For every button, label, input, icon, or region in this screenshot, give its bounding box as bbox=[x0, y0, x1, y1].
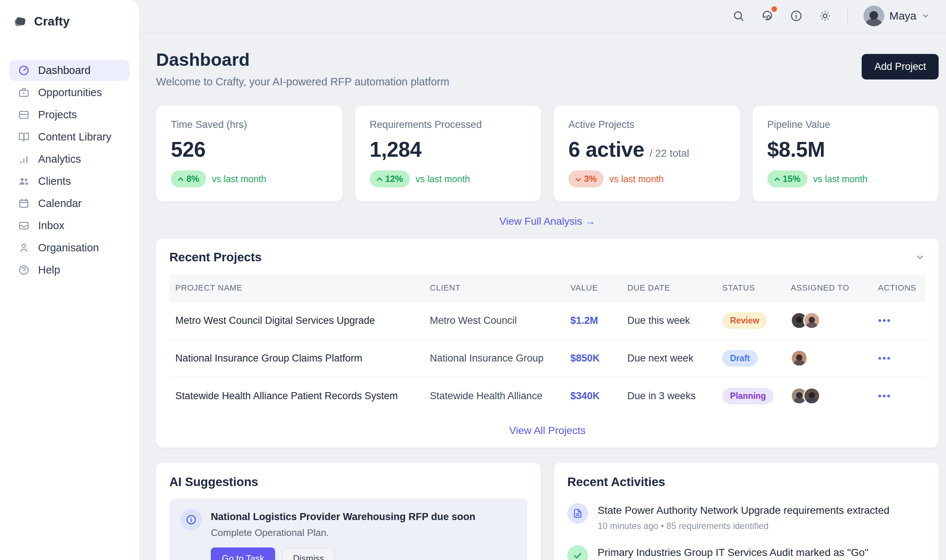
avatar bbox=[803, 388, 820, 405]
sidebar-item-help[interactable]: Help bbox=[9, 260, 129, 280]
info-icon[interactable] bbox=[790, 9, 803, 23]
col-value: VALUE bbox=[564, 275, 621, 302]
assigned-avatars bbox=[791, 350, 866, 367]
stat-value: $8.5M bbox=[767, 137, 825, 162]
notification-dot bbox=[772, 6, 777, 12]
stat-value: 6 active bbox=[569, 137, 644, 162]
stat-label: Pipeline Value bbox=[767, 119, 924, 131]
row-actions-button[interactable]: ••• bbox=[878, 390, 891, 402]
sidebar-item-analytics[interactable]: Analytics bbox=[9, 149, 129, 170]
project-due: Due next week bbox=[621, 339, 716, 377]
project-client: Metro West Council bbox=[424, 302, 564, 339]
view-full-analysis-link[interactable]: View Full Analysis → bbox=[499, 215, 595, 227]
sidebar-item-label: Dashboard bbox=[38, 64, 91, 77]
table-row: Statewide Health Alliance Patient Record… bbox=[169, 377, 925, 414]
sidebar-item-label: Opportunities bbox=[38, 86, 102, 99]
document-icon bbox=[567, 503, 588, 524]
add-project-button[interactable]: Add Project bbox=[862, 54, 938, 80]
stat-label: Time Saved (hrs) bbox=[171, 119, 328, 131]
recent-activities-panel: Recent Activities State Power Authority … bbox=[554, 462, 938, 560]
table-row: National Insurance Group Claims Platform… bbox=[169, 339, 925, 377]
brand-name: Crafty bbox=[34, 14, 70, 28]
status-badge: Planning bbox=[722, 388, 773, 405]
project-value: $1.2M bbox=[564, 302, 621, 339]
table-row: Metro West Council Digital Services Upgr… bbox=[169, 302, 925, 339]
sidebar-item-label: Inbox bbox=[38, 220, 64, 232]
sidebar-item-label: Help bbox=[38, 264, 60, 276]
col-status: STATUS bbox=[716, 275, 785, 302]
collapse-chevron-icon[interactable] bbox=[915, 252, 925, 262]
stat-card-time-saved: Time Saved (hrs) 526 8% vs last month bbox=[156, 106, 342, 202]
dismiss-button[interactable]: Dismiss bbox=[282, 548, 335, 560]
stat-value: 1,284 bbox=[370, 137, 422, 162]
sidebar-item-content-library[interactable]: Content Library bbox=[9, 126, 129, 148]
sidebar-item-label: Analytics bbox=[38, 153, 81, 165]
avatar bbox=[803, 312, 820, 329]
help-icon bbox=[18, 264, 30, 276]
sidebar-item-opportunities[interactable]: Opportunities bbox=[9, 82, 129, 103]
avatar bbox=[791, 350, 808, 367]
suggestion-item: National Logistics Provider Warehousing … bbox=[169, 498, 527, 560]
topbar-divider bbox=[847, 8, 848, 24]
ai-suggestions-panel: AI Suggestions National Logistics Provid… bbox=[156, 462, 541, 560]
stat-label: Requirements Processed bbox=[370, 119, 527, 131]
ai-suggestions-title: AI Suggestions bbox=[169, 475, 527, 489]
activity-meta: 10 minutes ago • 85 requirements identif… bbox=[598, 521, 889, 531]
project-name: Statewide Health Alliance Patient Record… bbox=[169, 377, 424, 414]
row-actions-button[interactable]: ••• bbox=[878, 352, 891, 364]
sidebar-item-dashboard[interactable]: Dashboard bbox=[9, 60, 129, 81]
activity-title: State Power Authority Network Upgrade re… bbox=[598, 503, 889, 516]
support-icon[interactable] bbox=[761, 9, 774, 23]
sidebar-item-label: Projects bbox=[38, 109, 77, 121]
col-client: CLIENT bbox=[424, 275, 564, 302]
stat-card-requirements: Requirements Processed 1,284 12% vs last… bbox=[355, 106, 541, 202]
status-badge: Draft bbox=[722, 350, 758, 367]
page-title: Dashboard bbox=[156, 49, 449, 70]
page-subtitle: Welcome to Crafty, your AI-powered RFP a… bbox=[156, 76, 449, 88]
view-all-projects-link[interactable]: View All Projects bbox=[509, 425, 585, 436]
go-to-task-button[interactable]: Go to Task bbox=[211, 548, 275, 560]
recent-projects-card: Recent Projects PROJECT NAME CLIENT VALU… bbox=[156, 238, 938, 448]
book-open-icon bbox=[18, 131, 30, 143]
project-value: $340K bbox=[564, 377, 621, 414]
search-icon[interactable] bbox=[732, 9, 745, 23]
info-circle-icon bbox=[180, 509, 202, 531]
sidebar-item-inbox[interactable]: Inbox bbox=[9, 215, 129, 236]
gauge-icon bbox=[18, 64, 30, 77]
trend-pill: 15% bbox=[767, 171, 807, 188]
sidebar-item-organisation[interactable]: Organisation bbox=[9, 237, 129, 258]
activity-item: Primary Industries Group IT Services Aud… bbox=[567, 545, 925, 560]
project-due: Due this week bbox=[621, 302, 716, 339]
chevron-down-icon bbox=[921, 12, 930, 20]
trend-compare: vs last month bbox=[609, 174, 664, 185]
suggestion-title: National Logistics Provider Warehousing … bbox=[211, 509, 476, 523]
col-assigned-to: ASSIGNED TO bbox=[785, 275, 872, 302]
project-name: National Insurance Group Claims Platform bbox=[169, 339, 424, 377]
assigned-avatars bbox=[791, 388, 866, 405]
content: Dashboard Welcome to Crafty, your AI-pow… bbox=[139, 32, 946, 560]
briefcase-icon bbox=[18, 86, 30, 99]
sidebar-item-projects[interactable]: Projects bbox=[9, 104, 129, 125]
sidebar-item-calendar[interactable]: Calendar bbox=[9, 193, 129, 214]
status-badge: Review bbox=[722, 312, 767, 329]
sidebar: Crafty Dashboard Opportunities bbox=[0, 0, 139, 560]
stat-card-pipeline-value: Pipeline Value $8.5M 15% vs last month bbox=[753, 106, 939, 202]
user-menu[interactable]: Maya bbox=[864, 6, 930, 26]
user-name: Maya bbox=[889, 9, 917, 22]
suggestion-desc: Complete Operational Plan. bbox=[211, 527, 476, 538]
trend-caret-icon bbox=[774, 176, 780, 182]
trend-caret-icon bbox=[177, 176, 183, 182]
users-icon bbox=[18, 175, 30, 188]
brand: Crafty bbox=[9, 11, 129, 29]
trend-compare: vs last month bbox=[212, 174, 266, 185]
calendar-icon bbox=[18, 197, 30, 209]
theme-sun-icon[interactable] bbox=[818, 9, 832, 23]
row-actions-button[interactable]: ••• bbox=[878, 315, 891, 326]
project-name: Metro West Council Digital Services Upgr… bbox=[169, 302, 424, 339]
stat-card-active-projects: Active Projects 6 active / 22 total 3% v… bbox=[554, 106, 740, 202]
sidebar-item-clients[interactable]: Clients bbox=[9, 171, 129, 192]
sidebar-item-label: Clients bbox=[38, 175, 71, 188]
col-project-name: PROJECT NAME bbox=[169, 275, 424, 302]
assigned-avatars bbox=[791, 312, 866, 329]
person-icon bbox=[18, 242, 30, 254]
